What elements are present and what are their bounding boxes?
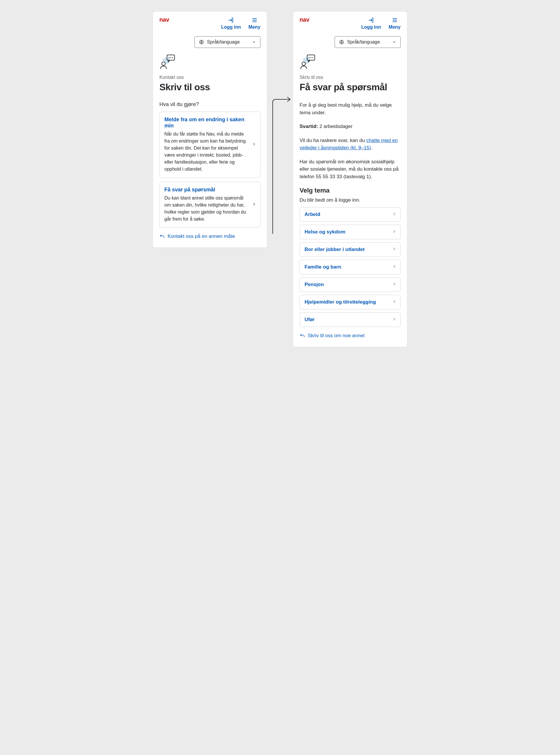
back-arrow-icon xyxy=(300,333,305,338)
chevron-right-icon xyxy=(392,247,396,252)
globe-icon xyxy=(339,39,344,45)
login-hint: Du blir bedt om å logge inn. xyxy=(300,197,401,203)
chevron-right-icon xyxy=(392,229,396,235)
globe-icon xyxy=(199,39,204,45)
login-button[interactable]: Logg inn xyxy=(361,17,381,30)
login-button[interactable]: Logg inn xyxy=(221,17,241,30)
card-title: Få svar på spørsmål xyxy=(164,187,247,193)
nav-logo[interactable]: nav xyxy=(159,17,177,25)
back-link[interactable]: Skriv til oss om noe annet xyxy=(300,333,401,338)
topic-label: Ufør xyxy=(304,317,315,322)
header-actions: Logg inn Meny xyxy=(361,17,401,30)
contact-chat-icon xyxy=(300,54,401,71)
svg-point-10 xyxy=(309,57,310,58)
chevron-right-icon xyxy=(392,299,396,305)
chevron-down-icon xyxy=(392,40,396,44)
chevron-right-icon xyxy=(252,142,256,147)
content: Skriv til oss Få svar på spørsmål For å … xyxy=(293,54,407,338)
flow-arrow-icon xyxy=(267,94,293,239)
header-actions: Logg inn Meny xyxy=(221,17,260,30)
svg-point-3 xyxy=(169,57,169,58)
topic-pensjon[interactable]: Pensjon xyxy=(300,277,401,292)
svg-point-4 xyxy=(171,57,172,58)
login-label: Logg inn xyxy=(221,24,241,30)
chevron-right-icon xyxy=(392,212,396,217)
contact-chat-icon xyxy=(159,54,260,71)
svartid-value: 2 arbeidsdager xyxy=(318,123,353,129)
chevron-right-icon xyxy=(392,317,396,323)
svg-point-6 xyxy=(162,62,165,65)
chevron-down-icon xyxy=(252,40,256,44)
topic-label: Hjelpemidler og tilrettelegging xyxy=(304,299,376,305)
nav-logo[interactable]: nav xyxy=(300,17,317,25)
card-desc: Du kan blant annet stille oss spørsmål o… xyxy=(164,195,247,222)
topic-label: Helse og sykdom xyxy=(304,229,345,235)
svg-point-13 xyxy=(302,62,305,65)
breadcrumb: Kontakt oss xyxy=(159,75,260,80)
svg-text:nav: nav xyxy=(300,17,309,22)
language-label: Språk/language xyxy=(207,39,240,45)
chat-hint-post: . xyxy=(371,145,373,151)
back-link[interactable]: Kontakt oss på en annen måte xyxy=(159,233,260,239)
menu-label: Meny xyxy=(248,24,260,30)
chevron-right-icon xyxy=(392,282,396,288)
screen-fa-svar: nav Logg inn Meny Språk/language xyxy=(293,12,407,347)
login-label: Logg inn xyxy=(361,24,381,30)
topic-hjelpemidler[interactable]: Hjelpemidler og tilrettelegging xyxy=(300,295,401,309)
menu-label: Meny xyxy=(388,24,401,30)
topic-familie[interactable]: Familie og barn xyxy=(300,260,401,274)
svg-text:nav: nav xyxy=(159,17,169,22)
card-melde-endring[interactable]: Melde fra om en endring i saken min Når … xyxy=(159,112,260,178)
topic-label: Bor eller jobber i utlandet xyxy=(304,247,365,252)
language-selector[interactable]: Språk/language xyxy=(335,36,401,48)
card-fa-svar[interactable]: Få svar på spørsmål Du kan blant annet s… xyxy=(159,182,260,228)
card-desc: Når du får støtte fra Nav, må du melde f… xyxy=(164,131,247,173)
language-selector[interactable]: Språk/language xyxy=(195,36,260,48)
svg-point-12 xyxy=(313,57,313,58)
card-title: Melde fra om en endring i saken min xyxy=(164,117,247,129)
topic-arbeid[interactable]: Arbeid xyxy=(300,207,401,222)
hamburger-icon xyxy=(252,17,258,23)
header: nav Logg inn Meny xyxy=(293,12,407,33)
topic-label: Arbeid xyxy=(304,212,320,217)
content: Kontakt oss Skriv til oss Hva vil du gjø… xyxy=(153,54,267,239)
back-link-label: Kontakt oss på en annen måte xyxy=(167,233,235,239)
back-arrow-icon xyxy=(159,234,165,239)
response-time: Svartid: 2 arbeidsdager xyxy=(300,123,401,130)
breadcrumb: Skriv til oss xyxy=(300,75,401,80)
hamburger-icon xyxy=(392,17,398,23)
language-row: Språk/language xyxy=(153,33,267,54)
language-row: Språk/language xyxy=(293,33,407,54)
menu-button[interactable]: Meny xyxy=(388,17,401,30)
chevron-right-icon xyxy=(252,202,256,208)
login-icon xyxy=(228,17,234,23)
subtitle: Hva vil du gjøre? xyxy=(159,101,260,108)
page-title: Skriv til oss xyxy=(159,82,260,93)
topic-helse[interactable]: Helse og sykdom xyxy=(300,225,401,239)
intro-text: For å gi deg best mulig hjelp, må du vel… xyxy=(300,101,401,116)
svg-point-5 xyxy=(172,57,173,58)
svartid-label: Svartid: xyxy=(300,123,318,129)
topic-ufor[interactable]: Ufør xyxy=(300,312,401,327)
svg-point-11 xyxy=(311,57,312,58)
chat-hint: Vil du ha raskere svar, kan du chatte me… xyxy=(300,137,401,152)
header: nav Logg inn Meny xyxy=(153,12,267,33)
menu-button[interactable]: Meny xyxy=(248,17,260,30)
page-title: Få svar på spørsmål xyxy=(300,82,401,93)
language-label: Språk/language xyxy=(347,39,380,45)
screen-skriv-til-oss: nav Logg inn Meny Språk/language xyxy=(153,12,267,248)
topic-label: Familie og barn xyxy=(304,264,341,270)
chat-hint-pre: Vil du ha raskere svar, kan du xyxy=(300,138,366,143)
phone-info: Har du spørsmål om økonomisk sosialhjelp… xyxy=(300,158,401,180)
section-title: Velg tema xyxy=(300,187,401,194)
login-icon xyxy=(368,17,374,23)
chevron-right-icon xyxy=(392,264,396,270)
topic-utlandet[interactable]: Bor eller jobber i utlandet xyxy=(300,242,401,257)
back-link-label: Skriv til oss om noe annet xyxy=(308,333,365,338)
topic-label: Pensjon xyxy=(304,282,324,287)
